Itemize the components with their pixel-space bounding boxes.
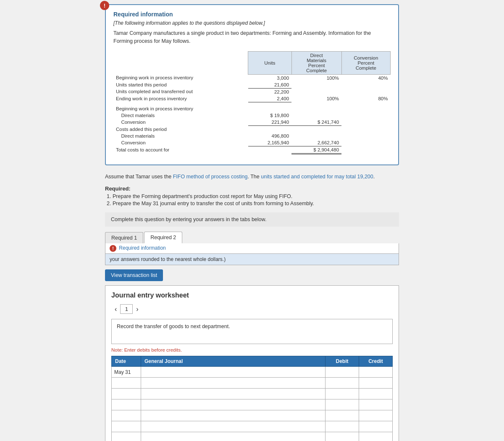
info-icon: ! (100, 1, 109, 10)
journal-input-4[interactable] (144, 402, 323, 408)
row-credit-input[interactable] (359, 410, 393, 421)
row-debit-input[interactable] (326, 410, 359, 421)
row-credit-input[interactable] (359, 389, 393, 399)
row-debit-input[interactable] (326, 367, 359, 378)
journal-row (112, 421, 393, 432)
journal-input-5[interactable] (144, 413, 323, 419)
row-journal-input[interactable] (141, 410, 326, 421)
table-row: Beginning work in process inventory 3,00… (113, 74, 391, 81)
row-journal-input[interactable] (141, 421, 326, 432)
next-page-button[interactable]: › (133, 305, 142, 314)
info-data-table: Units DirectMaterialsPercentComplete Con… (113, 51, 391, 154)
col-conv-header: ConversionPercentComplete (341, 51, 390, 74)
table-row: Conversion 2,165,940 2,662,740 (113, 139, 391, 146)
row-debit-input[interactable] (326, 399, 359, 410)
debit-input-7[interactable] (328, 435, 356, 441)
row-conv (341, 126, 390, 133)
row-units: 22,200 (248, 88, 291, 95)
tab-required-1[interactable]: Required 1 (105, 232, 143, 243)
row-debit-input[interactable] (326, 378, 359, 389)
col-units-header: Units (248, 51, 291, 74)
table-row: Units completed and transferred out 22,2… (113, 88, 391, 95)
row-conv (341, 105, 390, 112)
table-row: Conversion 221,940 $ 241,740 (113, 119, 391, 126)
row-credit-input[interactable] (359, 399, 393, 410)
tabs-row: Required 1 Required 2 (105, 232, 399, 243)
record-description: Record the transfer of goods to next dep… (111, 319, 393, 344)
tab-required-2[interactable]: Required 2 (144, 232, 182, 243)
journal-input-7[interactable] (144, 435, 323, 441)
journal-row (112, 410, 393, 421)
journal-row (112, 389, 393, 399)
worksheet-nav: ‹ 1 › (111, 304, 393, 314)
row-units (248, 146, 291, 154)
row-credit-input[interactable] (359, 421, 393, 432)
journal-input-6[interactable] (144, 424, 323, 430)
info-title: Required information (113, 11, 391, 18)
row-credit-input[interactable] (359, 432, 393, 441)
req-info-link[interactable]: Required information (119, 245, 165, 251)
debit-input-4[interactable] (328, 402, 356, 408)
col-date-header: Date (112, 356, 141, 367)
credit-input-5[interactable] (362, 413, 390, 419)
row-dm: 100% (291, 74, 341, 81)
credit-input-2[interactable] (362, 380, 390, 386)
debit-input-1[interactable] (328, 369, 356, 375)
row-units: 2,165,940 (248, 139, 291, 146)
fifo-highlight: FIFO method of process costing (173, 174, 248, 180)
row-date (112, 421, 141, 432)
row-date (112, 399, 141, 410)
row-debit-input[interactable] (326, 432, 359, 441)
credit-input-6[interactable] (362, 424, 390, 430)
row-journal-input[interactable] (141, 367, 326, 378)
required-title: Required: (105, 185, 399, 192)
row-conv: 40% (341, 74, 390, 81)
view-transaction-container: View transaction list (105, 269, 399, 281)
row-journal-input[interactable] (141, 389, 326, 399)
prev-page-button[interactable]: ‹ (111, 305, 120, 314)
row-debit-input[interactable] (326, 389, 359, 399)
debit-input-6[interactable] (328, 424, 356, 430)
main-container: ! Required information [The following in… (105, 4, 399, 441)
row-units: 2,400 (248, 95, 291, 102)
debit-input-5[interactable] (328, 413, 356, 419)
row-conv (341, 81, 390, 89)
credit-input-7[interactable] (362, 435, 390, 441)
view-transaction-button[interactable]: View transaction list (105, 269, 163, 281)
row-dm: 100% (291, 95, 341, 102)
row-units: 221,940 (248, 119, 291, 126)
debit-input-3[interactable] (328, 391, 356, 397)
row-journal-input[interactable] (141, 399, 326, 410)
row-debit-input[interactable] (326, 421, 359, 432)
journal-input-3[interactable] (144, 391, 323, 397)
col-dm-header: DirectMaterialsPercentComplete (291, 51, 341, 74)
spacer-row (113, 102, 391, 105)
required-section: Required: Prepare the Forming department… (105, 185, 399, 206)
row-conv: 80% (341, 95, 390, 102)
required-info-bar[interactable]: ! Required information (105, 243, 399, 254)
col-credit-header: Credit (359, 356, 393, 367)
row-units (248, 105, 291, 112)
col-journal-header: General Journal (141, 356, 326, 367)
info-box: ! Required information [The following in… (105, 4, 399, 165)
debit-input-2[interactable] (328, 380, 356, 386)
journal-input-2[interactable] (144, 380, 323, 386)
row-label: Direct materials (113, 133, 248, 139)
table-row: Direct materials $ 19,800 (113, 112, 391, 119)
row-credit-input[interactable] (359, 367, 393, 378)
required-item-2: Prepare the May 31 journal entry to tran… (113, 201, 399, 206)
journal-row: May 31 (112, 367, 393, 378)
row-credit-input[interactable] (359, 378, 393, 389)
journal-input-1[interactable] (144, 369, 323, 375)
journal-entry-worksheet: Journal entry worksheet ‹ 1 › Record the… (105, 285, 399, 441)
row-date (112, 410, 141, 421)
credit-input-3[interactable] (362, 391, 390, 397)
page-number: 1 (120, 304, 133, 314)
row-conv (341, 146, 390, 154)
row-journal-input[interactable] (141, 378, 326, 389)
row-journal-input[interactable] (141, 432, 326, 441)
row-dm (291, 126, 341, 133)
credit-input-1[interactable] (362, 369, 390, 375)
row-dm (291, 81, 341, 89)
credit-input-4[interactable] (362, 402, 390, 408)
